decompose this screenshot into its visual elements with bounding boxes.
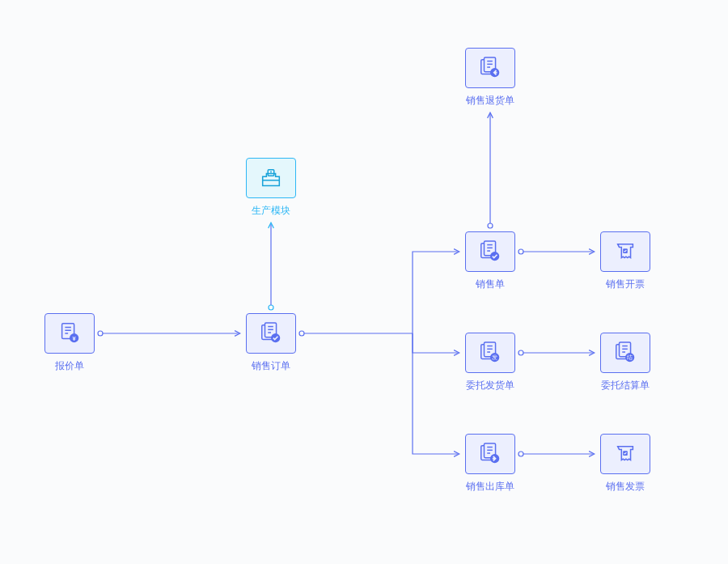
node-quote[interactable]: ¥ 报价单 <box>44 313 95 373</box>
node-box[interactable] <box>465 231 515 272</box>
module-icon <box>259 166 283 190</box>
receipt-check-icon <box>613 442 637 466</box>
doc-yen-icon: ¥ <box>57 321 82 346</box>
node-production[interactable]: 生产模块 <box>246 158 296 218</box>
node-box[interactable] <box>600 231 650 272</box>
node-label: 销售订单 <box>246 359 296 373</box>
node-box[interactable] <box>465 434 515 474</box>
node-label: 销售退货单 <box>465 94 515 108</box>
node-box[interactable] <box>246 158 296 198</box>
node-label: 销售开票 <box>600 278 650 291</box>
node-box[interactable] <box>600 434 650 474</box>
node-label: 销售单 <box>465 278 515 291</box>
node-return[interactable]: 销售退货单 <box>465 48 515 108</box>
node-sales-slip[interactable]: 销售单 <box>465 231 515 291</box>
svg-rect-26 <box>268 170 274 176</box>
svg-point-0 <box>98 331 103 336</box>
doc-check-icon <box>478 240 502 264</box>
doc-jie-icon: 结 <box>613 341 637 365</box>
doc-fa-icon: 发 <box>478 341 502 365</box>
node-consign-settle[interactable]: 结 委托结算单 <box>600 333 650 392</box>
node-box[interactable]: 发 <box>465 333 515 373</box>
node-invoice-out[interactable]: 销售开票 <box>600 231 650 291</box>
doc-left-icon <box>478 56 502 80</box>
node-box[interactable]: 结 <box>600 333 650 373</box>
node-consign[interactable]: 发 委托发货单 <box>465 333 515 392</box>
doc-right-icon <box>478 442 502 466</box>
svg-point-8 <box>518 452 523 456</box>
svg-point-4 <box>518 249 523 254</box>
node-label: 生产模块 <box>246 204 296 218</box>
flowchart-canvas: ¥ 报价单 销售订单 生产模块 销售退货单 <box>0 0 728 564</box>
svg-text:结: 结 <box>627 354 633 360</box>
node-sales-order[interactable]: 销售订单 <box>246 313 296 373</box>
node-box[interactable] <box>246 313 296 354</box>
svg-text:发: 发 <box>492 354 497 360</box>
node-label: 委托发货单 <box>465 379 515 392</box>
node-label: 报价单 <box>44 359 95 373</box>
node-box[interactable] <box>465 48 515 88</box>
node-outbound[interactable]: 销售出库单 <box>465 434 515 494</box>
svg-point-6 <box>518 350 523 355</box>
node-label: 销售发票 <box>600 480 650 494</box>
node-box[interactable]: ¥ <box>44 313 95 354</box>
node-invoice[interactable]: 销售发票 <box>600 434 650 494</box>
node-label: 销售出库单 <box>465 480 515 494</box>
svg-point-10 <box>488 223 493 228</box>
node-label: 委托结算单 <box>600 379 650 392</box>
svg-point-12 <box>269 305 273 310</box>
doc-check-icon <box>259 321 283 346</box>
svg-point-2 <box>299 331 304 336</box>
receipt-check-icon <box>613 240 637 264</box>
